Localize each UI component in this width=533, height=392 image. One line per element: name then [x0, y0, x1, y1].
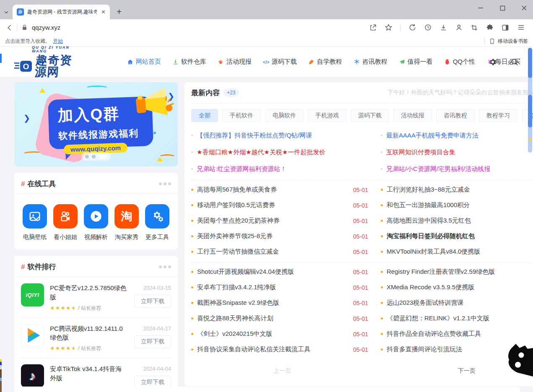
software-name[interactable]: PC腾讯视频v11.92.1411.0绿色版 [50, 324, 127, 343]
more-dots-icon[interactable] [159, 182, 171, 185]
bullet-icon [191, 286, 193, 288]
nav-item[interactable]: 活动现报 [218, 58, 252, 66]
featured-link-item[interactable]: 兄弟站:红尘资源网福利资源站！ [191, 161, 368, 177]
tool-item[interactable]: 更多工具 [145, 204, 169, 241]
list-item[interactable]: Registry Finder注册表管理v2.59绿色版 05-01 [381, 264, 533, 280]
list-item[interactable]: 喜悦之路88天男神长高计划 05-01 [191, 311, 368, 326]
category-tab[interactable]: 手机软件 [222, 109, 261, 122]
list-item[interactable]: 美团每个整点抢20元奶茶神券 05-01 [191, 213, 368, 228]
featured-link-item[interactable]: ★香烟口粮★外烟★越代★关税★一件起批发价 [191, 144, 368, 161]
scrollbar-segment[interactable] [528, 95, 532, 127]
profile-icon[interactable] [453, 22, 464, 33]
minimize-icon[interactable] [476, 3, 485, 13]
nav-item[interactable]: 值得一看 [399, 58, 433, 66]
address-bar[interactable]: qqzyw.xyz [21, 24, 367, 31]
featured-link-item[interactable]: 【强烈推荐】抖音快手粉丝点赞/Q钻/网课 [191, 127, 368, 144]
list-item[interactable]: 工行浏览好礼抽3~88元立减金 05-01 [381, 182, 533, 197]
list-item[interactable]: MKVToolNix封装工具v84.0便携版 05-01 [381, 244, 533, 260]
list-item[interactable]: 《剑士》v20240215中文版 05-01 [191, 326, 368, 342]
screenshot-crop-icon[interactable] [469, 22, 480, 33]
bullet-icon [381, 235, 383, 237]
cat-widget[interactable] [505, 343, 533, 376]
software-name[interactable]: 安卓TikTok v34.1.4抖音海外版 [50, 364, 127, 383]
bullet-icon [191, 189, 193, 191]
featured-link-item[interactable]: 互联网知识付费项目合集 [381, 144, 533, 161]
nav-item[interactable]: QQ个性 [444, 58, 475, 66]
carousel-dot-active[interactable] [99, 155, 107, 158]
menu-icon[interactable] [515, 22, 526, 33]
featured-link-item[interactable]: 兄弟站/小C资源网/宅男福利/活动线报 [381, 161, 533, 177]
list-item[interactable]: 移动用户签到领0.5元话费券 05-01 [191, 197, 368, 213]
tool-item[interactable]: 电脑壁纸 [23, 204, 47, 241]
settings-gear-icon[interactable] [489, 58, 497, 66]
list-item[interactable]: 和包五一出游抽最高1000积分 05-01 [381, 197, 533, 213]
category-tab[interactable]: 全部 [191, 109, 218, 122]
nav-item[interactable]: 自学教程 [308, 58, 342, 66]
list-item[interactable]: Shotcut开源视频编辑v24.04便携版 05-01 [191, 264, 368, 280]
rating-stars: ★★★★★/ 站长推荐 [50, 345, 128, 352]
history-icon[interactable] [422, 22, 433, 33]
promo-banner[interactable]: ❯ ❯ 加入Q群 软件线报游戏福利 [14, 82, 178, 166]
nav-item[interactable]: 咨讯教程 [354, 58, 387, 66]
category-tab[interactable]: 手机游戏 [308, 109, 346, 122]
scrollbar-segment[interactable] [528, 48, 532, 78]
download-now-button[interactable]: 立即下载 [134, 295, 171, 308]
tool-item[interactable]: 看小姐姐 [53, 204, 78, 241]
category-tab[interactable]: 电脑软件 [265, 109, 304, 122]
background-window-sliver [0, 381, 2, 392]
list-item[interactable]: 安卓布丁扫描v3.4.2.1纯净版 05-01 [191, 280, 368, 295]
bookmark-star-icon[interactable] [383, 22, 394, 33]
extensions-icon[interactable] [484, 22, 495, 33]
list-item[interactable]: 截图神器Snipaste v2.9绿色版 05-01 [191, 295, 368, 311]
close-window-icon[interactable] [520, 3, 529, 13]
page-scrollbar[interactable] [528, 48, 532, 153]
list-item[interactable]: 抖音协议采集自动评论私信关注截流工具 05-01 [191, 342, 368, 357]
mobile-bookmarks[interactable]: 移动设备书签 [484, 38, 528, 45]
back-icon[interactable] [4, 22, 15, 33]
nav-item[interactable]: 软件仓库 [172, 58, 206, 66]
search-icon[interactable] [510, 58, 519, 66]
software-ranking-card: # 软件排行 iQIYI PC爱奇艺v12.2.5.7850绿色版 ★★★★★/… [14, 256, 178, 392]
list-item[interactable]: XMedia Recode v3.5.9.5便携版 05-01 [381, 280, 533, 295]
tao-icon: 淘 [114, 204, 139, 228]
new-tab-button[interactable]: + [113, 6, 125, 18]
share-icon[interactable] [367, 22, 378, 33]
left-column: ❯ ❯ 加入Q群 软件线报游戏福利 [14, 82, 178, 392]
tab-close-icon[interactable]: ✕ [100, 9, 107, 15]
list-item[interactable]: 工行五一劳动节抽微信立减金 05-01 [191, 244, 368, 260]
bookmark-start-link[interactable]: 开始 [53, 38, 63, 45]
nav-item[interactable]: </> 源码下载 [263, 58, 297, 66]
list-item[interactable]: 高德每周567抽免单或美食券 05-01 [191, 182, 368, 197]
list-item[interactable]: 《碧蓝幻想：RELINK》v1.2.1中文版 05-01 [381, 311, 533, 326]
sidebar-icon[interactable] [500, 22, 511, 33]
download-icon[interactable] [438, 22, 449, 33]
item-date: 05-01 [353, 315, 368, 322]
category-tab[interactable]: 源码下载 [351, 109, 389, 122]
tool-item[interactable]: 视频解析 [84, 204, 108, 241]
list-item[interactable]: 高德地图云游中国得3.5元红包 05-01 [381, 213, 533, 228]
list-item[interactable]: 远山2023税务面试特训营课 05-01 [381, 295, 533, 311]
carousel-dot[interactable] [92, 155, 96, 158]
software-name[interactable]: PC爱奇艺v12.2.5.7850绿色版 [50, 283, 127, 302]
carousel-dots[interactable] [81, 152, 111, 161]
prev-page-button[interactable]: 上一页 [191, 363, 373, 379]
mobile-device-icon [489, 38, 495, 44]
category-tab[interactable]: 活动线报 [393, 109, 432, 122]
category-tab[interactable]: 教程学习 [479, 109, 517, 122]
nav-item[interactable]: 网站首页 [127, 58, 161, 66]
reload-icon[interactable] [407, 22, 418, 33]
list-item[interactable]: 抖音作品全自动评论点赞收藏工具 05-01 [381, 326, 533, 342]
list-item[interactable]: 美团外卖神券节领25-8元券 05-01 [191, 228, 368, 244]
category-tab[interactable]: 咨讯教程 [436, 109, 475, 122]
list-item[interactable]: 淘宝福利每日签到必得随机红包 05-01 [381, 228, 533, 244]
carousel-dot[interactable] [85, 155, 89, 158]
category-tabs: 全部 手机软件 电脑软件 手机游戏 源码下载 活动线报 咨讯教程 教程学习 QQ… [191, 104, 533, 127]
browser-tab[interactable]: 趣 趣奇资源网 - 残雪资源网,趣味奇 ✕ [13, 5, 110, 19]
tool-item[interactable]: 淘 淘买家秀 [114, 204, 139, 241]
download-now-button[interactable]: 立即下载 [134, 335, 171, 348]
more-dots-icon[interactable] [159, 265, 171, 268]
tab-search-chevron-icon[interactable] [0, 5, 13, 19]
maximize-icon[interactable] [498, 3, 507, 13]
featured-link-item[interactable]: 最新AAAA手机靓号免费申请方法 [381, 127, 533, 144]
site-logo[interactable]: QU QI ZI YUAN WANG O 趣奇资源网 [14, 46, 77, 78]
